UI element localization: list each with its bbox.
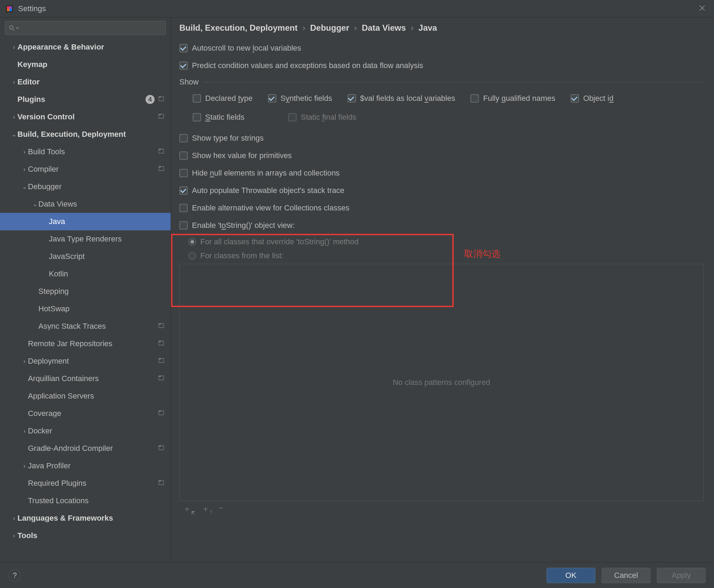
tree-item-java-type-renderers[interactable]: Java Type Renderers <box>0 230 171 248</box>
tree-item-coverage[interactable]: Coverage <box>0 405 171 422</box>
tree-item-javascript[interactable]: JavaScript <box>0 248 171 265</box>
svg-rect-3 <box>7 9 9 11</box>
tree-label: Editor <box>17 78 166 86</box>
tree-item-stepping[interactable]: Stepping <box>0 283 171 300</box>
svg-rect-2 <box>9 6 12 9</box>
show-declared-type[interactable]: Declared type <box>193 91 253 105</box>
tree-label: Java Type Renderers <box>49 235 166 243</box>
tree-item-editor[interactable]: ›Editor <box>0 73 171 91</box>
breadcrumb-segment[interactable]: Data Views <box>362 23 406 33</box>
show-static-fields[interactable]: Static fields <box>193 110 273 124</box>
tree-item-debugger[interactable]: ⌄Debugger <box>0 178 171 195</box>
tree-label: Trusted Locations <box>28 497 166 505</box>
class-patterns-list[interactable]: No class patterns configured <box>179 264 704 501</box>
tree-item-async-stack-traces[interactable]: Async Stack Traces <box>0 318 171 335</box>
tree-item-java[interactable]: Java <box>0 213 171 230</box>
chevron-right-icon: › <box>21 428 28 434</box>
tree-item-compiler[interactable]: ›Compiler <box>0 161 171 178</box>
show-static-final-fields[interactable]: Static final fields <box>288 110 356 124</box>
show-fqn[interactable]: Fully qualified names <box>470 91 555 105</box>
tree-label: Arquillian Containers <box>28 375 158 382</box>
empty-state: No class patterns configured <box>393 378 490 387</box>
label: Autoscroll to new local variables <box>192 44 301 53</box>
svg-rect-14 <box>159 166 161 168</box>
breadcrumb-segment[interactable]: Build, Execution, Deployment <box>179 23 298 33</box>
tree-item-kotlin[interactable]: Kotlin <box>0 265 171 283</box>
show-val-fields[interactable]: $val fields as local variables <box>348 91 455 105</box>
tree-item-data-views[interactable]: ⌄Data Views <box>0 195 171 213</box>
tree-label: Java Profiler <box>28 462 166 470</box>
tree-item-build-execution-deployment[interactable]: ⌄Build, Execution, Deployment <box>0 126 171 143</box>
tostring-radio-list[interactable]: For classes from the list: <box>188 250 704 262</box>
radio-icon <box>188 252 196 260</box>
show-synthetic-fields[interactable]: Synthetic fields <box>268 91 332 105</box>
svg-rect-20 <box>159 358 161 359</box>
radio-icon <box>188 238 196 246</box>
tree-label: Tools <box>17 532 166 539</box>
show-object-id[interactable]: Object id <box>571 91 647 105</box>
cancel-button[interactable]: Cancel <box>602 568 650 583</box>
label: Object id <box>583 94 613 103</box>
tree-item-appearance-behavior[interactable]: ›Appearance & Behavior <box>0 38 171 56</box>
label: Auto populate Throwable object's stack t… <box>192 186 344 195</box>
remove-button[interactable]: − <box>218 503 223 515</box>
chevron-right-icon: › <box>21 463 28 469</box>
titlebar: Settings <box>0 0 714 17</box>
help-button[interactable]: ? <box>8 569 21 582</box>
breadcrumb-segment[interactable]: Debugger <box>310 23 349 33</box>
tree-label: Appearance & Behavior <box>17 43 166 51</box>
content-pane: Build, Execution, Deployment›Debugger›Da… <box>171 17 714 562</box>
label: $val fields as local variables <box>360 94 455 103</box>
project-scope-icon <box>158 322 166 330</box>
breadcrumb: Build, Execution, Deployment›Debugger›Da… <box>179 23 704 33</box>
tree-item-java-profiler[interactable]: ›Java Profiler <box>0 457 171 475</box>
chevron-right-icon: › <box>21 358 28 364</box>
chevron-right-icon: › <box>411 23 414 33</box>
chevron-down-icon: ⌄ <box>31 201 38 207</box>
svg-rect-10 <box>159 114 161 115</box>
enable-alt-collections[interactable]: Enable alternative view for Collections … <box>179 201 704 215</box>
tree-item-version-control[interactable]: ›Version Control <box>0 108 171 126</box>
tree-item-required-plugins[interactable]: Required Plugins <box>0 475 171 492</box>
tree-item-keymap[interactable]: Keymap <box>0 56 171 73</box>
tree-label: Build, Execution, Deployment <box>17 131 166 138</box>
tree-item-tools[interactable]: ›Tools <box>0 527 171 544</box>
tostring-radio-all[interactable]: For all classes that override 'toString(… <box>188 236 704 248</box>
breadcrumb-segment: Java <box>418 23 437 33</box>
search-input[interactable] <box>5 21 166 35</box>
tree-item-application-servers[interactable]: Application Servers <box>0 387 171 405</box>
enable-tostring-view[interactable]: Enable 'toString()' object view: <box>179 218 704 232</box>
tree-item-docker[interactable]: ›Docker <box>0 422 171 440</box>
hide-null-elements[interactable]: Hide null elements in arrays and collect… <box>179 166 704 180</box>
ok-button[interactable]: OK <box>546 568 595 583</box>
tree-item-plugins[interactable]: Plugins4 <box>0 91 171 108</box>
chevron-down-icon: ⌄ <box>10 131 17 137</box>
project-scope-icon <box>158 340 166 348</box>
close-icon[interactable] <box>695 2 709 15</box>
svg-rect-16 <box>159 323 161 325</box>
svg-line-6 <box>13 29 14 30</box>
tree-item-arquillian-containers[interactable]: Arquillian Containers <box>0 370 171 387</box>
tree-item-trusted-locations[interactable]: Trusted Locations <box>0 492 171 509</box>
add-question-button[interactable]: ＋? <box>201 503 212 515</box>
checkbox-icon <box>179 169 188 177</box>
chevron-right-icon: › <box>10 114 17 120</box>
chevron-down-icon: ⌄ <box>21 184 28 190</box>
apply-button[interactable]: Apply <box>657 568 706 583</box>
tree-item-build-tools[interactable]: ›Build Tools <box>0 143 171 161</box>
project-scope-icon <box>158 410 166 417</box>
settings-tree[interactable]: ›Appearance & BehaviorKeymap›EditorPlugi… <box>0 38 171 562</box>
project-scope-icon <box>158 165 166 173</box>
tree-item-gradle-android-compiler[interactable]: Gradle-Android Compiler <box>0 440 171 457</box>
svg-rect-8 <box>159 97 161 98</box>
add-button[interactable]: ＋◩ <box>183 503 195 515</box>
predict-checkbox[interactable]: Predict condition values and exceptions … <box>179 59 704 73</box>
tree-item-languages-frameworks[interactable]: ›Languages & Frameworks <box>0 509 171 527</box>
auto-populate-throwable[interactable]: Auto populate Throwable object's stack t… <box>179 184 704 198</box>
autoscroll-checkbox[interactable]: Autoscroll to new local variables <box>179 41 704 55</box>
show-hex-primitives[interactable]: Show hex value for primitives <box>179 149 704 163</box>
tree-item-deployment[interactable]: ›Deployment <box>0 352 171 370</box>
tree-item-hotswap[interactable]: HotSwap <box>0 300 171 318</box>
show-type-strings[interactable]: Show type for strings <box>179 131 704 145</box>
tree-item-remote-jar-repositories[interactable]: Remote Jar Repositories <box>0 335 171 352</box>
